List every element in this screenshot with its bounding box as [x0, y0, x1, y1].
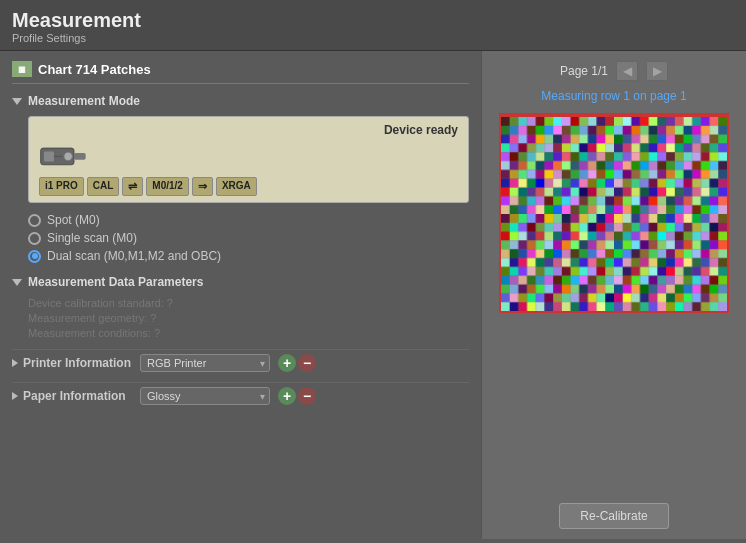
xrga-btn[interactable]: XRGA	[216, 177, 257, 196]
patch-canvas	[501, 117, 727, 311]
paper-add-button[interactable]: +	[278, 387, 296, 405]
left-panel: ▦ Chart 714 Patches Measurement Mode Dev…	[0, 51, 481, 539]
radio-single-scan-circle[interactable]	[28, 232, 41, 245]
patch-grid-container	[499, 113, 729, 313]
collapse-triangle2-icon	[12, 279, 22, 286]
measurement-data-header[interactable]: Measurement Data Parameters	[12, 275, 469, 289]
right-panel: Page 1/1 ◀ ▶ Measuring row 1 on page 1 R…	[481, 51, 746, 539]
device-controls: i1 PRO CAL ⇌ M0/1/2 ⇒ XRGA	[39, 177, 458, 196]
measurement-mode-header[interactable]: Measurement Mode	[12, 94, 469, 108]
page-navigation: Page 1/1 ◀ ▶	[492, 61, 736, 81]
chart-title: ▦ Chart 714 Patches	[12, 61, 469, 84]
arrow-btn: ⇒	[192, 177, 213, 196]
header: Measurement Profile Settings	[0, 0, 746, 51]
printer-remove-button[interactable]: −	[298, 354, 316, 372]
page-title: Measurement	[12, 8, 734, 32]
paper-remove-button[interactable]: −	[298, 387, 316, 405]
paper-info-label: Paper Information	[12, 389, 132, 403]
main-layout: ▦ Chart 714 Patches Measurement Mode Dev…	[0, 51, 746, 539]
prev-page-button[interactable]: ◀	[616, 61, 638, 81]
radio-spot-circle[interactable]	[28, 214, 41, 227]
printer-plus-minus: + −	[278, 354, 316, 372]
printer-expand-icon[interactable]	[12, 359, 18, 367]
param-geometry: Measurement geometry: ?	[28, 312, 469, 324]
i1pro-btn[interactable]: i1 PRO	[39, 177, 84, 196]
page-subtitle: Profile Settings	[12, 32, 734, 44]
printer-add-button[interactable]: +	[278, 354, 296, 372]
svg-rect-3	[74, 153, 86, 160]
paper-select-wrapper: Glossy Matte Other	[140, 387, 270, 405]
param-calibration: Device calibration standard: ?	[28, 297, 469, 309]
radio-spot-label: Spot (M0)	[47, 213, 100, 227]
paper-expand-icon[interactable]	[12, 392, 18, 400]
param-conditions: Measurement conditions: ?	[28, 327, 469, 339]
svg-rect-1	[44, 151, 54, 161]
collapse-triangle-icon	[12, 98, 22, 105]
paper-info-section: Paper Information Glossy Matte Other + −	[12, 382, 469, 409]
printer-info-label: Printer Information	[12, 356, 132, 370]
scan-icon: ⇌	[122, 177, 143, 196]
param-list: Device calibration standard: ? Measureme…	[28, 297, 469, 339]
radio-dual-scan-label: Dual scan (M0,M1,M2 and OBC)	[47, 249, 221, 263]
page-info: Page 1/1	[560, 64, 608, 78]
m012-btn[interactable]: M0/1/2	[146, 177, 189, 196]
next-page-button[interactable]: ▶	[646, 61, 668, 81]
svg-point-2	[64, 152, 72, 160]
printer-info-section: Printer Information RGB Printer CMYK Pri…	[12, 349, 469, 376]
device-projector-icon	[39, 141, 89, 171]
printer-select[interactable]: RGB Printer CMYK Printer Other	[140, 354, 270, 372]
radio-single-scan[interactable]: Single scan (M0)	[28, 231, 469, 245]
radio-single-scan-label: Single scan (M0)	[47, 231, 137, 245]
paper-plus-minus: + −	[278, 387, 316, 405]
cal-btn[interactable]: CAL	[87, 177, 120, 196]
device-icon-row	[39, 141, 458, 171]
recalibrate-button[interactable]: Re-Calibrate	[559, 503, 668, 529]
measurement-options: Spot (M0) Single scan (M0) Dual scan (M0…	[28, 213, 469, 263]
device-box: Device ready i1 PRO CAL ⇌ M0/1/2 ⇒ XRGA	[28, 116, 469, 203]
measuring-status: Measuring row 1 on page 1	[541, 89, 686, 103]
chart-icon: ▦	[12, 61, 32, 77]
radio-spot[interactable]: Spot (M0)	[28, 213, 469, 227]
device-status: Device ready	[39, 123, 458, 137]
printer-select-wrapper: RGB Printer CMYK Printer Other	[140, 354, 270, 372]
radio-dual-scan-circle[interactable]	[28, 250, 41, 263]
radio-dual-scan[interactable]: Dual scan (M0,M1,M2 and OBC)	[28, 249, 469, 263]
paper-select[interactable]: Glossy Matte Other	[140, 387, 270, 405]
